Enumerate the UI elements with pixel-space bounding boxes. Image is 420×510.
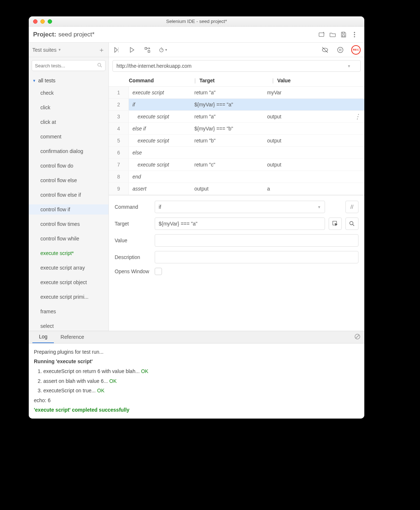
description-input[interactable] [155, 251, 358, 263]
log-line: executeScript on return 6 with value bla… [43, 366, 359, 376]
command-editor: Command if ▼ // Target ${myVar} === "a" … [109, 195, 364, 279]
main-area: Test suites ▾ ＋ ▼ all tests checkclickcl… [29, 43, 364, 331]
run-button[interactable] [128, 46, 136, 54]
svg-point-5 [354, 36, 355, 37]
row-command: else if [129, 126, 194, 132]
label-value: Value [115, 238, 151, 243]
pause-button[interactable] [336, 46, 345, 54]
base-url-input[interactable]: http://the-internet.herokuapp.com ▼ [112, 60, 361, 72]
row-number: 1 [109, 87, 129, 98]
dropdown-icon: ▼ [317, 205, 321, 209]
run-all-button[interactable] [112, 46, 121, 54]
tree-item[interactable]: control flow do [29, 161, 108, 171]
search-input[interactable] [32, 60, 106, 71]
bottom-tabs: Log Reference [29, 331, 364, 344]
base-url-value: http://the-internet.herokuapp.com [116, 63, 191, 69]
kebab-menu-button[interactable] [349, 29, 360, 40]
step-button[interactable] [143, 46, 152, 54]
record-button[interactable]: REC [351, 45, 361, 55]
row-command: else [129, 150, 194, 156]
row-target: ${myVar} === "b" [194, 126, 267, 132]
test-tree: ▼ all tests checkclickclick atcommentcon… [29, 74, 108, 331]
select-target-button[interactable] [329, 217, 342, 230]
command-row[interactable]: 2if${myVar} === "a" [109, 99, 364, 111]
row-number: 5 [109, 135, 129, 146]
tree-item[interactable]: execute script primi... [29, 292, 108, 302]
sidebar: Test suites ▾ ＋ ▼ all tests checkclickcl… [29, 43, 109, 331]
target-input[interactable]: ${myVar} === "a" [155, 217, 325, 230]
command-row[interactable]: 9assertoutputa [109, 183, 364, 195]
tree-item[interactable]: control flow if [29, 204, 108, 215]
command-row[interactable]: 3execute scriptreturn "a"output [109, 111, 364, 123]
tree-item[interactable]: execute script* [29, 248, 108, 258]
search-box [32, 60, 106, 71]
row-target: return "c" [194, 162, 267, 168]
tree-item[interactable]: confirmation dialog [29, 146, 108, 156]
opens-window-checkbox[interactable] [155, 268, 162, 275]
command-row[interactable]: 5execute scriptreturn "b"output [109, 135, 364, 147]
log-line-success: 'execute script' completed successfully [34, 405, 359, 415]
log-line: Preparing plugins for test run... [34, 347, 359, 357]
app-window: Selenium IDE - seed project* Project: se… [29, 16, 364, 419]
tree-item[interactable]: click at [29, 117, 108, 127]
find-target-button[interactable] [345, 217, 358, 230]
expand-icon: ▼ [32, 79, 36, 83]
titlebar: Selenium IDE - seed project* [29, 16, 364, 27]
tree-root-label: all tests [38, 78, 55, 83]
run-toolbar: ▾ REC [109, 43, 364, 57]
svg-rect-8 [148, 50, 150, 52]
editor-pane: ▾ REC http://the-internet.herokuapp.com … [109, 43, 364, 331]
add-test-button[interactable]: ＋ [98, 46, 105, 54]
tab-log[interactable]: Log [32, 331, 54, 343]
disable-breakpoints-button[interactable] [321, 46, 329, 54]
row-command: execute script [129, 162, 194, 168]
command-input[interactable]: if ▼ [155, 201, 325, 213]
tree-root[interactable]: ▼ all tests [29, 75, 108, 86]
log-line: assert on blah with value 6... OK [43, 376, 359, 386]
command-row[interactable]: 1execute scriptreturn "a"myVar [109, 87, 364, 99]
value-input[interactable] [155, 234, 358, 247]
row-command: if [129, 102, 194, 107]
command-row[interactable]: 4else if${myVar} === "b" [109, 123, 364, 135]
svg-point-11 [338, 47, 343, 52]
svg-point-3 [354, 32, 355, 33]
new-project-button[interactable] [316, 29, 327, 40]
svg-rect-0 [319, 33, 324, 36]
window-title: Selenium IDE - seed project* [29, 19, 364, 24]
tree-item[interactable]: control flow times [29, 219, 108, 229]
tree-item[interactable]: comment [29, 132, 108, 142]
command-table-body: 1execute scriptreturn "a"myVar2if${myVar… [109, 87, 364, 195]
log-line: executeScript on true... OK [43, 386, 359, 396]
row-number: 2 [109, 99, 129, 110]
row-command: execute script [129, 114, 194, 119]
sidebar-header[interactable]: Test suites ▾ ＋ [29, 43, 108, 57]
log-line: echo: 6 [34, 396, 359, 405]
open-project-button[interactable] [327, 29, 338, 40]
tree-item[interactable]: click [29, 102, 108, 113]
tree-item[interactable]: execute script object [29, 277, 108, 287]
tree-item[interactable]: execute script array [29, 263, 108, 273]
row-number: 3 [109, 111, 129, 122]
command-row[interactable]: 6else [109, 147, 364, 159]
save-project-button[interactable] [338, 29, 349, 40]
tree-item[interactable]: select [29, 321, 108, 331]
row-command: end [129, 174, 194, 180]
tree-item[interactable]: frames [29, 306, 108, 317]
label-command: Command [115, 204, 151, 210]
bottom-panel: Log Reference Preparing plugins for test… [29, 331, 364, 419]
tree-item[interactable]: control flow else [29, 175, 108, 185]
tree-item[interactable]: check [29, 88, 108, 98]
command-row[interactable]: 7execute scriptreturn "c"output [109, 159, 364, 171]
comment-toggle-button[interactable]: // [345, 201, 358, 213]
tree-item[interactable]: control flow else if [29, 190, 108, 200]
tree-item[interactable]: control flow while [29, 234, 108, 244]
project-name[interactable]: seed project* [58, 31, 94, 38]
row-value: output [267, 162, 364, 168]
clear-log-button[interactable] [354, 333, 361, 341]
row-target: ${myVar} === "a" [194, 102, 267, 107]
speed-button[interactable]: ▾ [158, 46, 167, 54]
tab-reference[interactable]: Reference [54, 331, 91, 343]
search-icon [97, 62, 103, 69]
command-row[interactable]: 8end [109, 171, 364, 183]
row-command: assert [129, 186, 194, 192]
